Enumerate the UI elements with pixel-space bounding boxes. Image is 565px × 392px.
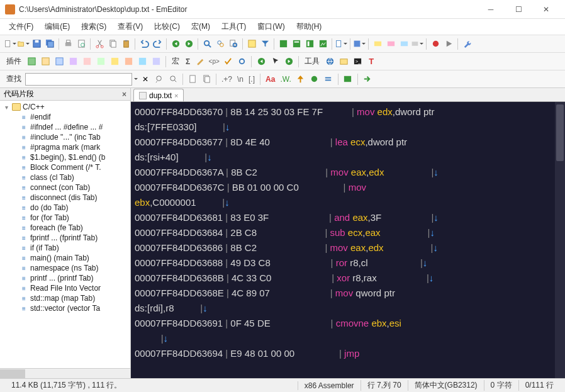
find-opt1-button[interactable] — [294, 73, 307, 86]
new-button[interactable] — [4, 38, 16, 50]
find-doc-button[interactable] — [186, 73, 199, 86]
minimize-button[interactable]: ─ — [477, 0, 505, 19]
plugin1-button[interactable] — [25, 55, 38, 68]
tab-dup[interactable]: dup.txt × — [133, 89, 184, 101]
play-button[interactable] — [442, 38, 455, 50]
marker4-button[interactable] — [411, 38, 423, 50]
maximize-button[interactable]: ☐ — [505, 0, 532, 19]
open-button[interactable] — [17, 38, 30, 50]
snippet-item[interactable]: ≡#endif — [8, 112, 130, 122]
sigma-icon[interactable]: Σ — [183, 57, 193, 66]
find-in-files-button[interactable] — [227, 38, 240, 50]
snippet-item[interactable]: ≡disconnect (dis Tab) — [8, 193, 130, 203]
snippet-item[interactable]: ≡foreach (fe Tab) — [8, 223, 130, 233]
macro-back-button[interactable] — [255, 55, 267, 68]
snippets-tree[interactable]: ▾ C/C++ ≡#endif≡#ifndef ... #define ... … — [0, 101, 130, 368]
snippet-item[interactable]: ≡std::vector (vector Ta — [8, 303, 130, 313]
find-copy-button[interactable] — [200, 73, 213, 86]
plugin6-button[interactable] — [94, 55, 107, 68]
find-prev-button[interactable] — [153, 73, 165, 86]
sidebar-hscroll[interactable] — [0, 368, 130, 378]
copy-button[interactable] — [106, 38, 119, 50]
plugin9-button[interactable] — [136, 55, 148, 68]
snippet-item[interactable]: ≡printf ... (printf Tab) — [8, 273, 130, 283]
snippet-item[interactable]: ≡fprintf ... (fprintf Tab) — [8, 233, 130, 243]
text-button[interactable]: T — [365, 55, 378, 68]
explorer-button[interactable] — [337, 55, 350, 68]
status-lang[interactable]: x86 Assembler — [298, 381, 361, 390]
view1-button[interactable] — [277, 38, 289, 50]
filter-button[interactable] — [259, 38, 271, 50]
plugin4-button[interactable] — [67, 55, 79, 68]
macro-cursor-button[interactable] — [269, 55, 281, 68]
record-button[interactable] — [429, 38, 442, 50]
regex-dot-button[interactable]: [.] — [247, 73, 257, 86]
find-hl-button[interactable] — [342, 73, 354, 86]
cut-button[interactable] — [93, 38, 106, 50]
plugin7-button[interactable] — [108, 55, 121, 68]
menu-帮助(H)[interactable]: 帮助(H) — [293, 20, 326, 34]
marker2-button[interactable] — [384, 38, 397, 50]
undo-button[interactable] — [138, 38, 150, 50]
find-input[interactable] — [25, 73, 132, 86]
paste-button[interactable] — [120, 38, 132, 50]
view4-button[interactable] — [316, 38, 329, 50]
menu-工具(T)[interactable]: 工具(T) — [218, 20, 250, 34]
tree-root[interactable]: ▾ C/C++ — [0, 102, 130, 112]
plugin8-button[interactable] — [122, 55, 135, 68]
find-button[interactable] — [201, 38, 213, 50]
menu-搜索(S)[interactable]: 搜索(S) — [77, 20, 110, 34]
snippet-item[interactable]: ≡$1.begin(), $1.end() (b — [8, 152, 130, 162]
plugin2-button[interactable] — [39, 55, 52, 68]
find-next-button[interactable] — [167, 73, 179, 86]
snippet-item[interactable]: ≡#include "..." (inc Tab — [8, 132, 130, 142]
snippet-item[interactable]: ≡#pragma mark (mark — [8, 142, 130, 152]
tab-close-button[interactable]: × — [174, 92, 178, 99]
find-opt3-button[interactable] — [322, 73, 335, 86]
collapse-icon[interactable]: ▾ — [3, 104, 10, 111]
marker1-button[interactable] — [371, 38, 384, 50]
snippet-item[interactable]: ≡std::map (map Tab) — [8, 293, 130, 303]
macro-check-button[interactable] — [221, 55, 234, 68]
save-button[interactable] — [30, 38, 43, 50]
snippet-item[interactable]: ≡Block Comment (/* T. — [8, 162, 130, 172]
snippet-item[interactable]: ≡if (if Tab) — [8, 243, 130, 253]
case-button[interactable]: Aa — [264, 73, 277, 86]
sidebar-close-button[interactable]: × — [122, 90, 126, 99]
macro-gear-button[interactable] — [235, 55, 248, 68]
editor-vscroll[interactable] — [555, 102, 565, 378]
macro-tag-button[interactable]: <p> — [208, 55, 220, 68]
plugin5-button[interactable] — [81, 55, 93, 68]
menu-查看(V)[interactable]: 查看(V) — [114, 20, 147, 34]
word-button[interactable]: .W. — [278, 73, 293, 86]
code-editor[interactable]: 00007FF84DD63670 | 8B 14 25 30 03 FE 7F … — [131, 102, 565, 378]
print-preview-button[interactable] — [75, 38, 87, 50]
grep-button[interactable] — [245, 38, 258, 50]
snippet-item[interactable]: ≡namespace (ns Tab) — [8, 263, 130, 273]
menu-编辑(E)[interactable]: 编辑(E) — [41, 20, 74, 34]
menu-文件(F)[interactable]: 文件(F) — [5, 20, 37, 34]
snippet-item[interactable]: ≡class (cl Tab) — [8, 172, 130, 182]
find-opt2-button[interactable] — [308, 73, 321, 86]
macro-fwd-button[interactable] — [282, 55, 295, 68]
menu-宏(M)[interactable]: 宏(M) — [187, 20, 214, 34]
view3-button[interactable] — [303, 38, 316, 50]
print-button[interactable] — [62, 38, 74, 50]
wrench-button[interactable] — [461, 38, 473, 50]
snippet-item[interactable]: ≡Read File Into Vector — [8, 283, 130, 293]
replace-button[interactable] — [214, 38, 227, 50]
menu-比较(C)[interactable]: 比较(C) — [150, 20, 184, 34]
snippet-item[interactable]: ≡main() (main Tab) — [8, 253, 130, 263]
close-button[interactable]: ✕ — [532, 0, 560, 19]
redo-button[interactable] — [151, 38, 164, 50]
find-close-button[interactable]: ✕ — [139, 73, 152, 86]
plugin3-button[interactable] — [53, 55, 65, 68]
snippet-item[interactable]: ≡connect (con Tab) — [8, 182, 130, 193]
macro-edit-button[interactable] — [194, 55, 206, 68]
browser-button[interactable] — [323, 55, 336, 68]
cfg1-button[interactable] — [335, 38, 347, 50]
snippet-item[interactable]: ≡for (for Tab) — [8, 213, 130, 223]
snippet-item[interactable]: ≡#ifndef ... #define ... # — [8, 122, 130, 132]
status-enc[interactable]: 简体中文(GB2312) — [408, 380, 484, 391]
menu-窗口(W)[interactable]: 窗口(W) — [254, 20, 288, 34]
